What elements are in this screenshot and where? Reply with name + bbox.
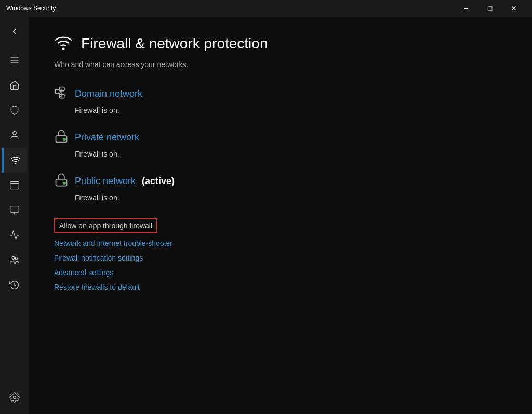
svg-point-3 — [13, 132, 17, 135]
sidebar — [0, 17, 29, 414]
restore-button[interactable]: □ — [478, 0, 502, 17]
svg-point-4 — [15, 163, 16, 164]
allow-app-link[interactable]: Allow an app through firewall — [54, 218, 157, 233]
public-network-status: Firewall is on. — [75, 193, 507, 202]
svg-point-10 — [12, 256, 15, 259]
links-section: Allow an app through firewall Network an… — [54, 218, 507, 291]
gear-icon — [9, 392, 20, 403]
titlebar-title: Windows Security — [6, 5, 454, 12]
public-network-section: Public network (active) Firewall is on. — [54, 173, 507, 202]
domain-network-link[interactable]: Domain network — [75, 88, 142, 99]
sidebar-item-history[interactable] — [2, 273, 27, 297]
home-icon — [9, 80, 20, 90]
private-network-status: Firewall is on. — [75, 150, 507, 158]
troubleshooter-link[interactable]: Network and Internet trouble-shooter — [54, 239, 172, 248]
device-icon — [9, 205, 20, 215]
domain-network-status: Firewall is on. — [75, 106, 507, 114]
back-button[interactable] — [2, 19, 27, 44]
page-header: Firewall & network protection — [54, 33, 507, 54]
sidebar-item-shield[interactable] — [2, 98, 27, 123]
public-network-link[interactable]: Public network — [75, 176, 136, 187]
hamburger-icon — [9, 55, 20, 66]
domain-network-header: Domain network — [54, 85, 507, 102]
sidebar-item-device[interactable] — [2, 198, 27, 223]
titlebar: Windows Security − □ ✕ — [0, 0, 532, 17]
private-network-link[interactable]: Private network — [75, 132, 139, 143]
svg-point-12 — [14, 396, 16, 399]
firewall-page-icon — [54, 33, 73, 54]
person-icon — [9, 130, 20, 140]
private-network-icon — [54, 129, 69, 146]
svg-rect-5 — [10, 182, 19, 189]
close-button[interactable]: ✕ — [502, 0, 526, 17]
history-icon — [9, 280, 20, 290]
sidebar-item-health[interactable] — [2, 223, 27, 248]
domain-network-section: Domain network Firewall is on. — [54, 85, 507, 114]
sidebar-item-settings[interactable] — [2, 385, 27, 410]
notifications-link[interactable]: Firewall notification settings — [54, 254, 143, 262]
svg-point-23 — [63, 182, 66, 185]
domain-network-icon — [54, 85, 69, 102]
browser-icon — [9, 180, 20, 190]
svg-point-21 — [63, 138, 66, 141]
svg-point-11 — [15, 257, 17, 260]
back-icon — [9, 26, 20, 36]
family-icon — [9, 255, 20, 265]
public-network-header: Public network (active) — [54, 173, 507, 189]
minimize-button[interactable]: − — [454, 0, 478, 17]
main-content: Firewall & network protection Who and wh… — [29, 17, 532, 414]
wifi-icon — [10, 155, 21, 165]
app-body: Firewall & network protection Who and wh… — [0, 17, 532, 414]
sidebar-bottom — [2, 385, 27, 414]
svg-rect-7 — [10, 206, 19, 213]
private-network-header: Private network — [54, 129, 507, 146]
page-title: Firewall & network protection — [81, 35, 268, 52]
titlebar-controls: − □ ✕ — [454, 0, 526, 17]
page-subtitle: Who and what can access your networks. — [54, 60, 507, 69]
private-network-section: Private network Firewall is on. — [54, 129, 507, 158]
sidebar-item-account[interactable] — [2, 123, 27, 148]
advanced-settings-link[interactable]: Advanced settings — [54, 268, 113, 277]
sidebar-item-home[interactable] — [2, 73, 27, 98]
wifi-large-icon — [54, 33, 73, 52]
sidebar-item-browser[interactable] — [2, 173, 27, 198]
menu-button[interactable] — [2, 48, 27, 73]
restore-defaults-link[interactable]: Restore firewalls to default — [54, 283, 140, 291]
public-network-active-badge: (active) — [142, 176, 175, 187]
shield-icon — [9, 105, 20, 115]
public-network-icon — [54, 173, 69, 189]
health-icon — [9, 230, 20, 240]
sidebar-item-firewall[interactable] — [2, 148, 27, 173]
svg-point-13 — [63, 48, 64, 50]
sidebar-item-family[interactable] — [2, 248, 27, 273]
